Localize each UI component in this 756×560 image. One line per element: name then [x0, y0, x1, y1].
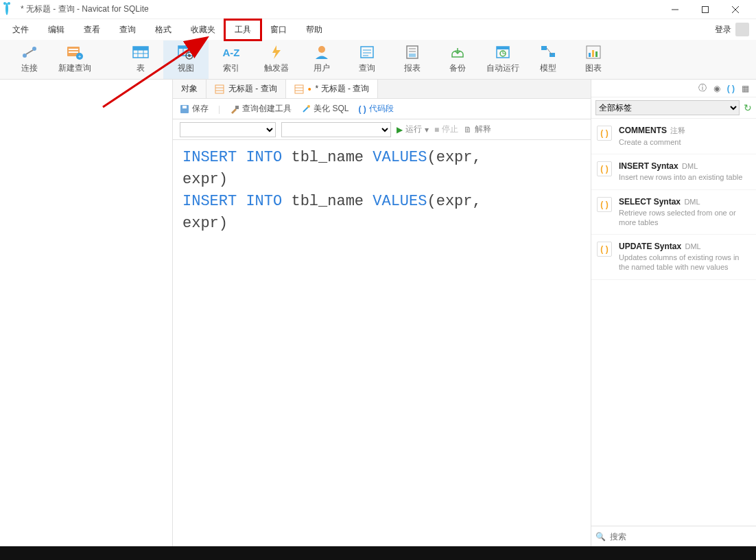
tab-untitled-2[interactable]: • * 无标题 - 查询 — [286, 80, 379, 98]
trigger-icon — [268, 45, 285, 60]
toolbar-query[interactable]: 查询 — [344, 40, 390, 79]
toolbar-newquery[interactable]: + 新建查询 — [52, 40, 97, 79]
snippet-item[interactable]: ( ) UPDATE Syntax DML Updates columns of… — [591, 235, 756, 280]
svg-rect-48 — [295, 85, 303, 93]
code-icon[interactable]: ( ) — [727, 84, 735, 93]
snippet-item[interactable]: ( ) SELECT Syntax DML Retrieve rows sele… — [591, 190, 756, 235]
editor-tabs: 对象 无标题 - 查询 • * 无标题 - 查询 — [173, 80, 591, 99]
snippet-desc: Create a comment — [619, 137, 751, 147]
toolbar-table-label: 表 — [137, 62, 145, 74]
stop-button[interactable]: ■ 停止 — [434, 124, 458, 135]
save-label: 保存 — [192, 103, 209, 115]
svg-rect-38 — [541, 46, 547, 50]
connection-select[interactable] — [180, 122, 276, 137]
svg-rect-17 — [133, 47, 148, 50]
view-icon — [177, 45, 195, 60]
sql-editor[interactable]: INSERT INTO tbl_name VALUES(expr, expr) … — [173, 140, 591, 546]
snippet-search-input[interactable] — [610, 532, 752, 541]
close-button[interactable] — [720, 0, 751, 19]
chart-icon — [584, 45, 602, 60]
snippet-item[interactable]: ( ) COMMENTS 注释 Create a comment — [591, 119, 756, 154]
minimize-icon — [672, 6, 678, 13]
toolbar-index[interactable]: A-Z 索引 — [209, 40, 254, 79]
connection-tree[interactable] — [0, 80, 173, 546]
svg-rect-9 — [69, 51, 78, 53]
tab-objects[interactable]: 对象 — [173, 80, 206, 98]
autorun-icon — [494, 45, 512, 60]
snippet-search-row: 🔍 — [591, 526, 756, 546]
query-builder-button[interactable]: 查询创建工具 — [230, 103, 292, 115]
menu-file[interactable]: 文件 — [3, 20, 38, 40]
svg-point-55 — [307, 105, 310, 108]
toolbar-chart[interactable]: 图表 — [571, 40, 616, 79]
snippet-button[interactable]: ( ) 代码段 — [358, 103, 393, 115]
toolbar-index-label: 索引 — [223, 62, 239, 74]
snippet-desc: Insert new rows into an existing table — [619, 172, 751, 182]
snippet-tag: 注释 — [670, 126, 685, 135]
braces-icon: ( ) — [358, 104, 366, 114]
svg-line-6 — [26, 50, 33, 54]
snippet-title: COMMENTS — [619, 126, 667, 135]
svg-rect-8 — [69, 49, 78, 50]
stop-icon: ■ — [434, 125, 439, 135]
close-icon — [732, 6, 739, 13]
eye-icon[interactable]: ◉ — [713, 84, 720, 93]
menu-format[interactable]: 格式 — [145, 20, 181, 40]
menu-query[interactable]: 查询 — [110, 20, 145, 40]
snippet-icon: ( ) — [597, 126, 612, 141]
maximize-button[interactable] — [690, 0, 720, 19]
explain-label: 解释 — [475, 124, 491, 135]
login-link[interactable]: 登录 — [715, 24, 731, 36]
save-button[interactable]: 保存 — [180, 103, 209, 115]
snippet-desc: Retrieve rows selected from one or more … — [619, 208, 751, 228]
play-icon: ▶ — [397, 125, 403, 135]
toolbar-trigger[interactable]: 触发器 — [254, 40, 299, 79]
snippet-tag: DML — [682, 162, 698, 170]
snippet-item[interactable]: ( ) INSERT Syntax DML Insert new rows in… — [591, 154, 756, 189]
toolbar-model[interactable]: 模型 — [525, 40, 571, 79]
toolbar-backup[interactable]: 备份 — [435, 40, 480, 79]
toolbar-autorun[interactable]: 自动运行 — [480, 40, 525, 79]
toolbar-autorun-label: 自动运行 — [486, 62, 519, 74]
avatar-icon[interactable] — [735, 23, 749, 36]
beautify-button[interactable]: 美化 SQL — [301, 103, 349, 115]
snippet-filter-select[interactable]: 全部标签 — [595, 100, 740, 115]
menu-favorites[interactable]: 收藏夹 — [181, 20, 225, 40]
info-icon[interactable]: ⓘ — [698, 82, 707, 94]
menu-help[interactable]: 帮助 — [296, 20, 332, 40]
explain-button[interactable]: 🗎 解释 — [464, 124, 491, 135]
toolbar-report[interactable]: 报表 — [390, 40, 435, 79]
run-button[interactable]: ▶ 运行 ▾ — [397, 124, 429, 135]
wand-icon — [301, 104, 311, 114]
toolbar-view[interactable]: 视图 — [163, 40, 209, 79]
refresh-icon[interactable]: ↻ — [744, 102, 752, 113]
toolbar-table[interactable]: 表 — [118, 40, 163, 79]
toolbar-connection-label: 连接 — [21, 62, 38, 74]
right-panel-tabs: ⓘ ◉ ( ) ▦ — [591, 80, 756, 97]
snippet-title: SELECT Syntax — [619, 197, 681, 207]
toolbar-user[interactable]: 用户 — [299, 40, 344, 79]
window-controls — [660, 0, 751, 19]
toolbar-view-label: 视图 — [178, 62, 194, 74]
model-icon — [539, 45, 557, 60]
tab-untitled-1[interactable]: 无标题 - 查询 — [206, 80, 286, 98]
right-panel: ⓘ ◉ ( ) ▦ 全部标签 ↻ ( ) COMMENTS 注释 Create … — [591, 80, 756, 546]
database-select[interactable] — [281, 122, 391, 137]
menu-tools[interactable]: 工具 — [225, 20, 261, 40]
menu-view[interactable]: 查看 — [74, 20, 110, 40]
sheet-icon — [215, 84, 224, 94]
window-title: * 无标题 - 查询 - Navicat for SQLite — [21, 3, 660, 15]
svg-text:+: + — [78, 54, 82, 60]
menu-edit[interactable]: 编辑 — [38, 20, 74, 40]
snippet-title: INSERT Syntax — [619, 161, 678, 171]
toolbar-connection[interactable]: 连接 — [7, 40, 52, 79]
menu-window[interactable]: 窗口 — [261, 20, 296, 40]
search-icon: 🔍 — [595, 532, 606, 541]
svg-rect-44 — [595, 51, 598, 57]
tab-untitled-2-label: * 无标题 - 查询 — [316, 83, 370, 95]
minimize-button[interactable] — [660, 0, 690, 19]
run-label: 运行 — [405, 124, 422, 135]
grid-icon[interactable]: ▦ — [742, 84, 749, 93]
toolbar-query-label: 查询 — [359, 62, 375, 74]
svg-rect-32 — [409, 54, 416, 57]
